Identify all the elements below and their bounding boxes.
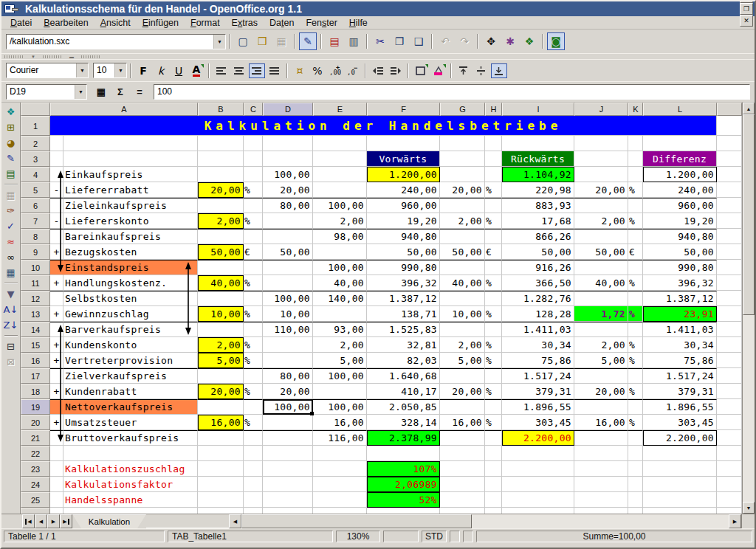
cell-J14[interactable] (574, 322, 628, 337)
cell-M26[interactable] (717, 508, 742, 514)
cell-F18[interactable]: 410,17 (367, 384, 440, 399)
align-right-button[interactable] (249, 63, 265, 78)
dock-grip[interactable] (4, 55, 24, 58)
column-header-G[interactable]: G (440, 103, 485, 116)
sheet-tab-kalkulation[interactable]: Kalkulation (72, 514, 146, 528)
cell-E3[interactable] (313, 151, 367, 167)
cell-D25[interactable] (263, 492, 313, 508)
cell-F5[interactable]: 240,00 (367, 182, 440, 198)
cell-A6[interactable]: Zieleinkaufspreis (63, 198, 198, 213)
sign-cell-5[interactable]: - (50, 182, 63, 198)
cell-B10[interactable] (198, 260, 244, 275)
cell-E10[interactable]: 100,00 (313, 260, 367, 275)
row-header-10[interactable]: 10 (21, 260, 50, 275)
cell-L18[interactable]: 379,31 (643, 384, 717, 399)
cell-D14[interactable]: 110,00 (263, 322, 313, 337)
cell-F12[interactable]: 1.387,12 (367, 291, 440, 306)
cell-I15[interactable]: 30,34 (502, 337, 574, 353)
cell-I19[interactable]: 1.896,55 (502, 399, 574, 415)
cell-G17[interactable] (440, 368, 485, 384)
cell-D20[interactable] (263, 415, 313, 430)
cell-D21[interactable] (263, 430, 313, 446)
new-document-icon[interactable]: ▢ (234, 32, 252, 50)
italic-button[interactable]: k (153, 63, 169, 78)
cell-E19[interactable]: 100,00 (313, 399, 367, 415)
cell-C23[interactable] (244, 461, 263, 477)
cell-L12[interactable]: 1.387,12 (643, 291, 717, 306)
cell-J13[interactable]: 1,72 (574, 306, 628, 322)
dock-grip[interactable] (43, 55, 62, 58)
cell-K13[interactable]: % (628, 306, 643, 322)
cell-A3[interactable] (63, 151, 198, 167)
cell-F23[interactable]: 107% (367, 461, 440, 477)
sort-descending-icon[interactable]: Z↓ (3, 317, 19, 333)
font-size-value[interactable]: 10 (94, 63, 114, 77)
cell-B18[interactable]: 20,00 (198, 384, 244, 399)
data-sources-icon[interactable]: ▦ (3, 265, 19, 280)
cell-I23[interactable] (502, 461, 574, 477)
cell-H24[interactable] (485, 477, 502, 492)
auto-spellcheck-icon[interactable]: ≈ (3, 234, 19, 249)
cell-A10[interactable]: Einstandspreis (63, 260, 198, 275)
cell-D18[interactable]: 20,00 (263, 384, 313, 399)
scroll-up-icon[interactable]: ▲ (743, 103, 755, 114)
sign-cell-12[interactable] (50, 291, 63, 306)
cell-A14[interactable]: Barverkaufspreis (63, 322, 198, 337)
cell-F10[interactable]: 990,80 (367, 260, 440, 275)
cell-H16[interactable]: % (485, 353, 502, 368)
url-combobox[interactable]: /kalkulation.sxc ▼ (6, 34, 226, 49)
cell-K6[interactable] (628, 198, 643, 213)
cell-H21[interactable] (485, 430, 502, 446)
draw-functions-icon[interactable]: ✎ (3, 151, 19, 166)
cell-I20[interactable]: 303,45 (502, 415, 574, 430)
cell-C16[interactable]: % (244, 353, 263, 368)
cell-D26[interactable] (263, 508, 313, 514)
cell-M1[interactable] (717, 116, 742, 136)
underline-button[interactable]: U (171, 63, 187, 78)
cell-I22[interactable] (502, 446, 574, 461)
cell-J20[interactable]: 16,00 (574, 415, 628, 430)
cell-B24[interactable] (198, 477, 244, 492)
cell-F8[interactable]: 940,80 (367, 229, 440, 244)
row-header-26[interactable] (21, 508, 50, 514)
cell-I16[interactable]: 75,86 (502, 353, 574, 368)
autofilter-icon[interactable]: ▼ (3, 286, 19, 302)
cell-H3[interactable] (485, 151, 502, 167)
cell-K2[interactable] (628, 136, 643, 151)
cell-F16[interactable]: 82,03 (367, 353, 440, 368)
cell-A5[interactable]: Liefererrabatt (63, 182, 198, 198)
cell-L20[interactable]: 303,45 (643, 415, 717, 430)
find-replace-icon[interactable]: ∞ (3, 249, 19, 265)
cell-D2[interactable] (263, 136, 313, 151)
cell-C15[interactable]: % (244, 337, 263, 353)
percent-format-button[interactable]: % (309, 63, 326, 78)
cell-H20[interactable]: % (485, 415, 502, 430)
cell-G16[interactable]: 5,00 (440, 353, 485, 368)
cell-M11[interactable] (717, 275, 742, 291)
menu-item-extras[interactable]: Extras (226, 17, 264, 29)
column-header-B[interactable]: B (198, 103, 244, 116)
form-controls-icon[interactable]: ▤ (3, 166, 19, 182)
tab-next-button[interactable]: ▶ (47, 514, 60, 528)
cell-B2[interactable] (198, 136, 244, 151)
align-left-button[interactable] (213, 63, 230, 78)
cell-L21[interactable]: 2.200,00 (643, 430, 717, 446)
valign-top-button[interactable] (456, 63, 472, 78)
cell-F26[interactable] (367, 508, 440, 514)
cell-G19[interactable] (440, 399, 485, 415)
sign-cell-9[interactable]: + (50, 244, 63, 260)
cell-C11[interactable]: % (244, 275, 263, 291)
cell-D3[interactable] (263, 151, 313, 167)
cell-H22[interactable] (485, 446, 502, 461)
row-header-6[interactable]: 6 (21, 198, 50, 213)
cell-I13[interactable]: 128,28 (502, 306, 574, 322)
align-justify-button[interactable] (267, 63, 283, 78)
cut-icon[interactable]: ✂ (371, 32, 389, 50)
cell-A18[interactable]: Kundenrabatt (63, 384, 198, 399)
cell-title-A1[interactable]: Kalkulation der Handelsbetriebe (50, 116, 717, 136)
borders-button-dropdown-icon[interactable] (425, 64, 428, 68)
cell-K21[interactable] (628, 430, 643, 446)
cell-M15[interactable] (717, 337, 742, 353)
cell-M19[interactable] (717, 399, 742, 415)
cell-M22[interactable] (717, 446, 742, 461)
